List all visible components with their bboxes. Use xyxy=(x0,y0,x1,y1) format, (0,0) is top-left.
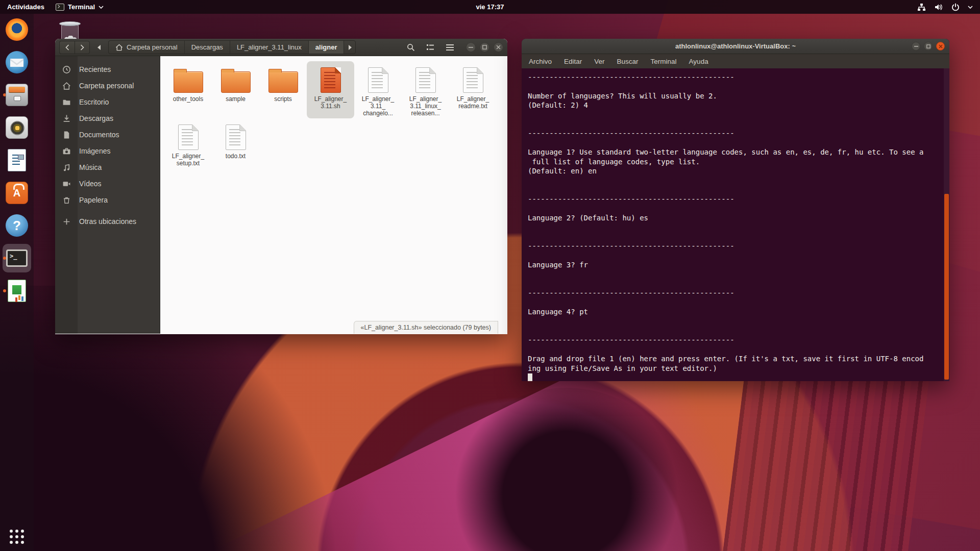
activities-button[interactable]: Actividades xyxy=(7,3,44,11)
folder-icon xyxy=(174,71,203,93)
home-icon xyxy=(62,82,71,90)
dock-item-libreoffice-calc[interactable] xyxy=(3,277,31,305)
hamburger-icon xyxy=(446,44,454,51)
file-item-todo[interactable]: todo.txt xyxy=(212,118,259,176)
clock[interactable]: vie 17:37 xyxy=(476,0,504,14)
plus-icon xyxy=(62,217,71,226)
system-status-area[interactable] xyxy=(917,3,980,11)
close-button[interactable] xyxy=(494,42,503,52)
forward-button[interactable] xyxy=(75,41,90,54)
view-grid-icon xyxy=(426,44,434,51)
file-item-changelog[interactable]: LF_aligner_ 3.11_ changelo... xyxy=(354,61,402,118)
file-item-lf-aligner-sh[interactable]: LF_aligner_ 3.11.sh xyxy=(307,61,354,118)
dock-item-firefox[interactable] xyxy=(3,15,31,44)
show-applications-icon xyxy=(10,530,24,544)
file-item-releasenotes[interactable]: LF_aligner_ 3.11_linux_ releasen... xyxy=(402,61,449,118)
sidebar-label: Documentos xyxy=(79,131,119,139)
menu-buscar[interactable]: Buscar xyxy=(617,58,639,65)
path-scroll-left-button[interactable] xyxy=(93,41,105,54)
menu-archivo[interactable]: Archivo xyxy=(529,58,552,65)
sidebar-item-videos[interactable]: Vídeos xyxy=(55,176,160,192)
search-button[interactable] xyxy=(403,40,419,55)
terminal-app-icon xyxy=(56,4,64,11)
download-icon xyxy=(62,114,71,123)
breadcrumb-carpeta-personal[interactable]: Carpeta personal xyxy=(109,41,185,54)
dock-item-files[interactable] xyxy=(3,81,31,109)
terminal-icon: >_ xyxy=(6,249,28,267)
file-item-readme[interactable]: LF_aligner_ readme.txt xyxy=(449,61,497,118)
view-toggle-button[interactable] xyxy=(422,40,438,55)
show-applications-button[interactable] xyxy=(3,527,31,547)
breadcrumb-label: LF_aligner_3.11_linux xyxy=(237,43,302,51)
firefox-icon xyxy=(6,18,28,41)
file-label: LF_aligner_ 3.11.sh xyxy=(314,95,347,110)
terminal-content[interactable]: ----------------------------------------… xyxy=(522,68,949,381)
top-bar: Actividades Terminal vie 17:37 xyxy=(0,0,980,14)
dock-item-terminal[interactable]: >_ xyxy=(3,244,31,272)
files-icon xyxy=(6,84,28,106)
maximize-button[interactable] xyxy=(924,42,933,51)
breadcrumb-descargas[interactable]: Descargas xyxy=(185,41,230,54)
menu-editar[interactable]: Editar xyxy=(564,58,582,65)
file-item-sample[interactable]: sample xyxy=(212,61,259,118)
dock-item-help[interactable]: ? xyxy=(3,211,31,240)
file-label: LF_aligner_ 3.11_linux_ releasen... xyxy=(409,95,442,117)
dock-item-ubuntu-software[interactable]: A xyxy=(3,179,31,207)
minimize-button[interactable] xyxy=(466,42,476,52)
rhythmbox-icon xyxy=(6,116,28,139)
sidebar-item-escritorio[interactable]: Escritorio xyxy=(55,94,160,110)
file-label: other_tools xyxy=(173,95,203,103)
trash-icon xyxy=(62,196,71,205)
breadcrumb-label: Descargas xyxy=(191,43,223,51)
sidebar-item-descargas[interactable]: Descargas xyxy=(55,110,160,127)
dock-item-libreoffice-writer[interactable] xyxy=(3,146,31,174)
sidebar-item-carpeta-personal[interactable]: Carpeta personal xyxy=(55,78,160,94)
network-icon xyxy=(917,3,926,11)
focused-app-menu[interactable]: Terminal xyxy=(56,3,104,11)
menu-ver[interactable]: Ver xyxy=(594,58,604,65)
sidebar-label: Música xyxy=(79,163,102,171)
file-grid: other_tools sample scripts LF_aligner_ 3… xyxy=(164,61,497,176)
menu-terminal[interactable]: Terminal xyxy=(651,58,677,65)
file-item-setup[interactable]: LF_aligner_ setup.txt xyxy=(164,118,212,176)
menu-ayuda[interactable]: Ayuda xyxy=(689,58,708,65)
file-label: sample xyxy=(226,95,246,103)
sidebar-item-documentos[interactable]: Documentos xyxy=(55,127,160,143)
close-button[interactable] xyxy=(936,42,945,51)
maximize-button[interactable] xyxy=(480,42,489,52)
breadcrumb-label: aligner xyxy=(315,43,337,51)
file-item-scripts[interactable]: scripts xyxy=(259,61,307,118)
sidebar-item-recientes[interactable]: Recientes xyxy=(55,61,160,78)
terminal-window: athlonlinux@athlonlinux-VirtualBox: ~ Ar… xyxy=(522,39,949,381)
folder-icon xyxy=(268,71,298,93)
chevron-down-icon xyxy=(99,6,104,9)
folder-icon xyxy=(221,71,251,93)
sidebar-item-otras-ubicaciones[interactable]: Otras ubicaciones xyxy=(55,213,160,230)
breadcrumb-aligner-current[interactable]: aligner xyxy=(309,41,345,54)
sidebar-item-imagenes[interactable]: Imágenes xyxy=(55,143,160,159)
path-scroll-right-button[interactable] xyxy=(344,41,355,54)
camera-icon xyxy=(62,147,71,156)
terminal-output: ----------------------------------------… xyxy=(528,72,943,373)
dock-item-rhythmbox[interactable] xyxy=(3,113,31,142)
libreoffice-writer-icon xyxy=(8,149,26,171)
video-icon xyxy=(62,180,71,188)
files-sidebar: Recientes Carpeta personal Escritorio De… xyxy=(55,56,160,334)
terminal-titlebar[interactable]: athlonlinux@athlonlinux-VirtualBox: ~ xyxy=(522,39,949,54)
focused-app-label: Terminal xyxy=(68,3,95,11)
back-button[interactable] xyxy=(59,41,75,54)
shell-script-icon xyxy=(321,67,341,93)
dock-item-thunderbird[interactable] xyxy=(3,48,31,77)
text-file-icon xyxy=(178,124,199,150)
files-content: other_tools sample scripts LF_aligner_ 3… xyxy=(160,56,507,334)
sidebar-item-musica[interactable]: Música xyxy=(55,159,160,176)
files-headerbar: Carpeta personal Descargas LF_aligner_3.… xyxy=(55,39,507,56)
sidebar-item-papelera[interactable]: Papelera xyxy=(55,192,160,208)
menu-button[interactable] xyxy=(442,40,458,55)
text-file-icon xyxy=(415,67,436,93)
breadcrumb-lf-aligner-folder[interactable]: LF_aligner_3.11_linux xyxy=(230,41,309,54)
terminal-scrollbar-thumb[interactable] xyxy=(944,194,949,380)
minimize-button[interactable] xyxy=(912,42,920,51)
document-icon xyxy=(62,131,71,139)
file-item-other-tools[interactable]: other_tools xyxy=(164,61,212,118)
